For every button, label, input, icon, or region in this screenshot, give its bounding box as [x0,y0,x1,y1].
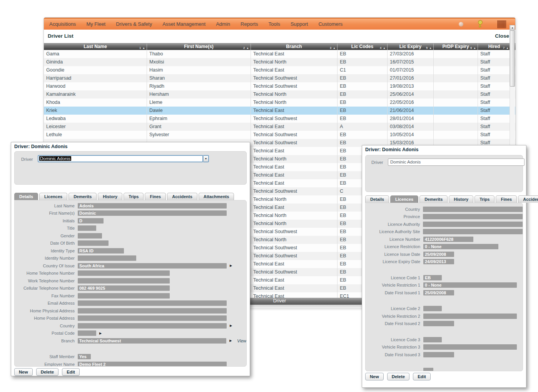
tab-licences[interactable]: Licences [39,193,67,200]
table-row[interactable]: KhodaLlemeTechnical NorthEB22/05/2016Sta… [44,98,515,107]
lookup-arrow-icon[interactable]: ▶ [230,324,232,327]
grid-icon[interactable] [497,20,506,28]
menu-item-acquisitions[interactable]: Acquisitions [49,21,76,27]
cell-lic_codes: EB [337,115,387,123]
sort-indicator-icon[interactable]: 6 ▲ [470,45,476,50]
column-header-lic-codes[interactable]: Lic Codes4 ▲ [337,43,387,50]
tab-history[interactable]: History [98,193,122,200]
tab-fines[interactable]: Fines [496,195,517,203]
cell-lic_codes: C1 [337,66,387,74]
tab-accidents[interactable]: Accidents [167,193,197,200]
field-row-province: Province [366,213,523,221]
key-icon[interactable] [477,20,483,28]
tab-demerits[interactable]: Demerits [69,193,97,200]
table-row[interactable]: LedwabaEphraimTechnical SouthwestEB28/01… [44,115,515,123]
table-row[interactable]: HarriparsadSharanTechnical SouthwestEB27… [44,74,515,82]
scroll-up-arrow-icon[interactable]: ▲ [510,25,515,30]
field-label: Cellular Telephone Number [15,286,75,290]
menu-item-reports[interactable]: Reports [241,21,258,27]
sort-indicator-icon[interactable]: 7 ▲ [503,45,509,50]
tab-trips[interactable]: Trips [124,193,144,200]
menu-item-customers[interactable]: Customers [318,21,343,27]
field-value: 0 - None [423,282,517,288]
column-header-lic-expiry[interactable]: Lic Expiry5 ▲ [387,43,433,50]
dialog-title: Driver: Dominic Adonis [365,147,418,152]
column-header-branch[interactable]: Branch3 ▲ [251,43,337,50]
field-label: Email Address [15,301,75,305]
new-button[interactable]: New [365,373,384,380]
cell-first_names: Hersham [147,90,251,98]
sort-indicator-icon[interactable]: 3 ▲ [330,45,336,50]
tab-details[interactable]: Details [365,195,389,203]
cell-branch: Technical North [251,195,337,204]
field-label: Vehicle Restriction 2 [366,314,420,319]
menu-item-admin[interactable]: Admin [216,21,230,27]
column-header-prdp-expiry[interactable]: PrDP Expiry6 ▲ [433,43,478,50]
tab-demerits[interactable]: Demerits [419,195,448,203]
menu-item-asset-management[interactable]: Asset Management [162,21,206,27]
cell-lic_codes: EB [337,98,387,107]
menu-item-drivers-safety[interactable]: Drivers & Safety [116,21,152,27]
cell-hired: Staff [478,131,510,139]
combobox-dropdown-icon[interactable]: ▼ [203,155,209,162]
table-row[interactable]: KamalnarainkHershamTechnical NorthEB25/0… [44,90,515,98]
delete-button[interactable]: Delete [36,368,59,376]
cell-branch: Technical Southwest [251,115,337,123]
cell-lic_codes: EB [337,50,387,58]
view-link[interactable]: View [237,339,246,343]
column-header-last-name[interactable]: Last Name1 ▲ [44,43,147,50]
field-label: Date Of Birth [15,241,75,245]
edit-button[interactable]: Edit [413,373,431,380]
table-row[interactable]: KriekDawieTechnical EastEB21/06/2014Staf… [44,107,515,115]
field-label: Licence Code 2 [366,306,420,311]
table-row[interactable]: HarwoodRiyadhTechnical SouthwestEB19/08/… [44,82,515,90]
tab-accidents[interactable]: Accidents [518,195,538,203]
cell-branch: Technical East [251,171,337,179]
column-header-hired[interactable]: Hired7 ▲ [478,43,510,50]
driver-combobox[interactable]: Dominic Adonis ▼ [38,155,203,162]
tab-attachments[interactable]: Attachments [199,193,234,200]
close-link[interactable]: Close [495,33,509,39]
field-row-identity-type: Identity TypeRSA ID [15,247,246,255]
tab-trips[interactable]: Trips [475,195,495,203]
cell-first_names: Riyadh [147,82,251,90]
lookup-arrow-icon[interactable]: ▶ [230,264,232,267]
new-button[interactable]: New [14,368,33,376]
scroll-thumb[interactable] [510,30,515,87]
table-row[interactable]: LeicesterGrantTechnical EastA03/08/2014S… [44,123,515,131]
table-row[interactable]: GamaThaboTechnical EastEB27/03/2016Staff [44,50,515,58]
sphere-icon[interactable] [459,22,463,27]
driver-field-label: Driver [21,157,33,162]
driver-input[interactable]: Dominic Adonis [388,158,525,166]
sort-indicator-icon[interactable]: 2 ▲ [243,45,249,50]
table-row[interactable]: GinindaMxolisiTechnical NorthEB16/07/201… [44,58,515,66]
tab-licences[interactable]: Licences [390,195,418,203]
menu-item-tools[interactable]: Tools [269,21,280,27]
cell-hired: Staff [478,123,510,131]
tab-history[interactable]: History [449,195,473,203]
column-header-first-name-s[interactable]: First Name(s)2 ▲ [147,43,251,50]
menu-item-support[interactable]: Support [291,21,308,27]
table-row[interactable]: GoondieHasimTechnical EastC101/07/2015St… [44,66,515,74]
tab-fines[interactable]: Fines [145,193,166,200]
cell-first_names: Dawie [147,107,251,115]
lookup-arrow-icon[interactable]: ▶ [229,339,232,342]
field-spacer [366,297,523,305]
sort-indicator-icon[interactable]: 4 ▲ [380,45,386,50]
delete-button[interactable]: Delete [387,373,410,380]
lookup-arrow-icon[interactable]: ▶ [99,332,102,335]
field-value: Dominic [78,210,227,216]
menu-item-my-fleet[interactable]: My Fleet [86,21,105,27]
sort-indicator-icon[interactable]: 1 ▲ [139,45,145,50]
sort-indicator-icon[interactable]: 5 ▲ [426,45,432,50]
field-row-licence-authority: Licence Authority [366,220,523,228]
cell-lic_expiry: 25/06/2014 [387,90,433,98]
field-value: South Africa [78,263,227,269]
cell-branch: Technical East [251,50,337,58]
field-value [423,214,523,219]
edit-button[interactable]: Edit [62,368,80,376]
tab-details[interactable]: Details [14,193,38,200]
column-header-label: Last Name [84,44,107,49]
cell-hired: Staff [478,115,510,123]
table-row[interactable]: LethuleSylvesterTechnical SouthwestEB10/… [44,131,515,139]
